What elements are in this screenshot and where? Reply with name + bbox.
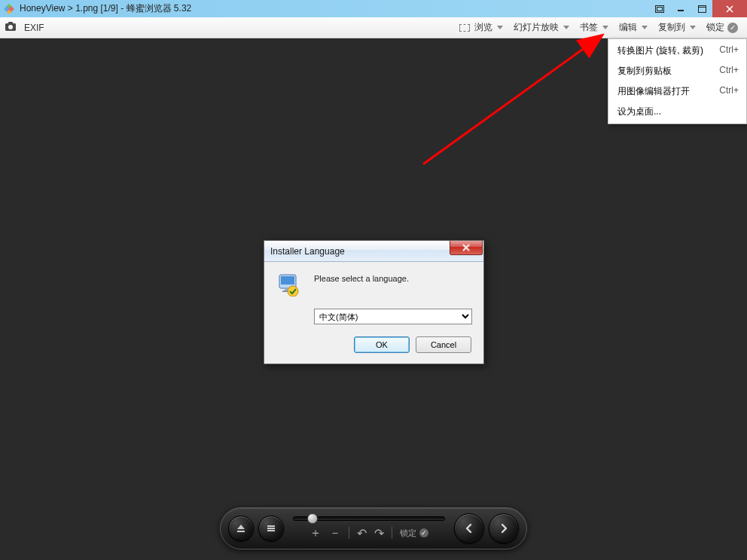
- eject-button[interactable]: [228, 516, 254, 541]
- language-select[interactable]: 中文(简体): [314, 309, 472, 324]
- dd-set-wallpaper[interactable]: 设为桌面...: [608, 102, 746, 122]
- copyto-label: 复制到: [658, 21, 685, 34]
- window-title: HoneyView > 1.png [1/9] - 蜂蜜浏览器 5.32: [20, 2, 649, 15]
- window-fullscreen-button[interactable]: [649, 0, 670, 17]
- rotate-right-button[interactable]: ↷: [374, 526, 384, 540]
- rotate-left-button[interactable]: ↶: [357, 526, 367, 540]
- cancel-button[interactable]: Cancel: [416, 336, 471, 353]
- exif-label: EXIF: [24, 23, 44, 33]
- svg-rect-5: [657, 7, 663, 11]
- dialog-message: Please select a language.: [314, 274, 472, 283]
- lock-label: 锁定: [706, 21, 724, 34]
- zoom-slider[interactable]: [293, 516, 445, 521]
- dd-label: 设为桌面...: [617, 105, 731, 118]
- svg-point-13: [8, 25, 13, 29]
- svg-rect-25: [267, 525, 275, 527]
- dd-transform[interactable]: 转换图片 (旋转, 裁剪) Ctrl+: [608, 41, 746, 61]
- installer-language-dialog: Installer Language Please select a langu…: [264, 240, 484, 364]
- exif-button[interactable]: EXIF: [20, 19, 49, 37]
- window-close-button[interactable]: [712, 0, 747, 17]
- svg-rect-19: [281, 276, 294, 285]
- dd-copy-clipboard[interactable]: 复制到剪贴板 Ctrl+: [608, 61, 746, 81]
- dd-shortcut: Ctrl+: [719, 65, 739, 78]
- dd-label: 复制到剪贴板: [617, 65, 712, 78]
- bookmark-label: 书签: [580, 21, 598, 34]
- toolbar: EXIF 浏览 幻灯片放映 书签 编辑 复制到 锁定 ✓: [0, 17, 747, 38]
- chevron-down-icon: [602, 26, 608, 29]
- browse-menu[interactable]: 浏览: [455, 19, 508, 37]
- ok-button[interactable]: OK: [354, 336, 410, 353]
- chevron-down-icon: [497, 26, 503, 29]
- svg-rect-24: [237, 531, 245, 532]
- dialog-title: Installer Language: [270, 246, 450, 257]
- bookmark-menu[interactable]: 书签: [575, 19, 613, 37]
- dd-shortcut: Ctrl+: [719, 85, 739, 98]
- chevron-down-icon: [563, 26, 569, 29]
- zoom-in-button[interactable]: ＋: [309, 525, 322, 541]
- separator: [349, 527, 349, 539]
- lock-check-icon: ✓: [419, 528, 428, 537]
- svg-rect-27: [267, 530, 275, 531]
- dd-open-editor[interactable]: 用图像编辑器打开 Ctrl+: [608, 81, 746, 102]
- lock-menu[interactable]: 锁定 ✓: [702, 19, 742, 37]
- dialog-close-button[interactable]: [450, 241, 483, 255]
- svg-rect-12: [8, 22, 13, 24]
- edit-dropdown: 转换图片 (旋转, 裁剪) Ctrl+ 复制到剪贴板 Ctrl+ 用图像编辑器打…: [608, 38, 747, 124]
- installer-icon: [276, 272, 314, 324]
- lock-toggle[interactable]: 锁定 ✓: [400, 528, 428, 539]
- menu-button[interactable]: [258, 516, 284, 541]
- chevron-down-icon: [690, 26, 696, 29]
- prev-button[interactable]: [454, 513, 484, 543]
- slideshow-menu[interactable]: 幻灯片放映: [509, 19, 574, 37]
- camera-icon: [5, 21, 17, 34]
- window-titlebar: HoneyView > 1.png [1/9] - 蜂蜜浏览器 5.32: [0, 0, 747, 17]
- playback-controlbar: ＋ － ↶ ↷ 锁定 ✓: [220, 507, 527, 549]
- dd-label: 转换图片 (旋转, 裁剪): [617, 44, 712, 57]
- browse-label: 浏览: [474, 21, 492, 34]
- zoom-out-button[interactable]: －: [329, 525, 341, 541]
- svg-marker-23: [237, 525, 245, 529]
- copyto-menu[interactable]: 复制到: [654, 19, 700, 37]
- window-minimize-button[interactable]: [670, 0, 691, 17]
- svg-rect-26: [267, 528, 275, 529]
- chevron-down-icon: [642, 26, 648, 29]
- svg-point-22: [288, 286, 298, 297]
- svg-rect-7: [698, 5, 706, 12]
- slider-thumb[interactable]: [307, 513, 318, 524]
- lock-toggle-label: 锁定: [400, 528, 416, 539]
- dd-label: 用图像编辑器打开: [617, 85, 712, 98]
- window-maximize-button[interactable]: [691, 0, 712, 17]
- dd-shortcut: Ctrl+: [719, 44, 739, 57]
- edit-menu[interactable]: 编辑: [614, 19, 652, 37]
- edit-label: 编辑: [619, 21, 637, 34]
- window-controls: [649, 0, 747, 17]
- tool-row: ＋ － ↶ ↷ 锁定 ✓: [293, 525, 445, 541]
- expand-icon: [459, 24, 470, 32]
- app-icon: [3, 3, 15, 15]
- dialog-titlebar[interactable]: Installer Language: [264, 241, 483, 262]
- lock-check-icon: ✓: [727, 23, 738, 33]
- separator: [392, 527, 392, 539]
- next-button[interactable]: [489, 513, 519, 543]
- slideshow-label: 幻灯片放映: [514, 21, 559, 34]
